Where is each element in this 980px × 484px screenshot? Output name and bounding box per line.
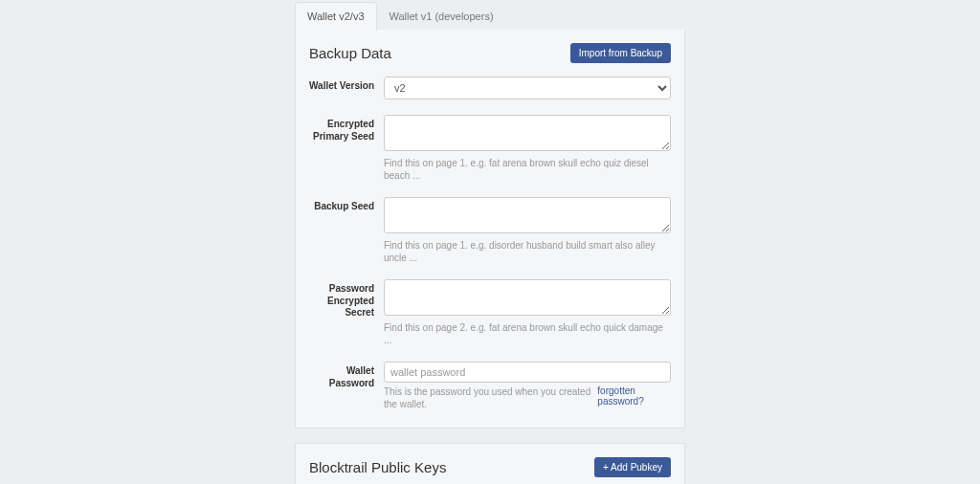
add-pubkey-button[interactable]: + Add Pubkey xyxy=(594,457,671,477)
backup-data-title: Backup Data xyxy=(309,45,391,61)
encrypted-primary-seed-help: Find this on page 1. e.g. fat arena brow… xyxy=(384,157,671,182)
encrypted-primary-seed-input[interactable] xyxy=(384,115,671,151)
password-encrypted-secret-input[interactable] xyxy=(384,279,671,316)
wallet-version-label: Wallet Version xyxy=(309,77,378,93)
wallet-password-help: This is the password you used when you c… xyxy=(384,385,597,410)
import-from-backup-button[interactable]: Import from Backup xyxy=(570,43,671,63)
backup-seed-input[interactable] xyxy=(384,197,671,233)
password-encrypted-secret-label: Password Encrypted Secret xyxy=(309,279,378,319)
backup-data-panel: Backup Data Import from Backup Wallet Ve… xyxy=(295,30,685,429)
backup-seed-help: Find this on page 1. e.g. disorder husba… xyxy=(384,239,671,264)
backup-seed-label: Backup Seed xyxy=(309,197,378,213)
encrypted-primary-seed-label: Encrypted Primary Seed xyxy=(309,115,378,143)
tabs: Wallet v2/v3 Wallet v1 (developers) xyxy=(295,2,685,31)
password-encrypted-secret-help: Find this on page 2. e.g. fat arena brow… xyxy=(384,321,671,346)
blocktrail-public-keys-panel: Blocktrail Public Keys + Add Pubkey Bloc… xyxy=(295,443,685,484)
blocktrail-public-keys-title: Blocktrail Public Keys xyxy=(309,459,446,475)
wallet-version-select[interactable]: v2 xyxy=(384,77,671,99)
tab-wallet-v2v3[interactable]: Wallet v2/v3 xyxy=(295,2,377,31)
forgotten-password-link[interactable]: forgotten password? xyxy=(597,385,671,410)
wallet-password-input[interactable] xyxy=(384,362,671,383)
tab-wallet-v1[interactable]: Wallet v1 (developers) xyxy=(377,2,506,31)
wallet-password-label: Wallet Password xyxy=(309,362,378,389)
